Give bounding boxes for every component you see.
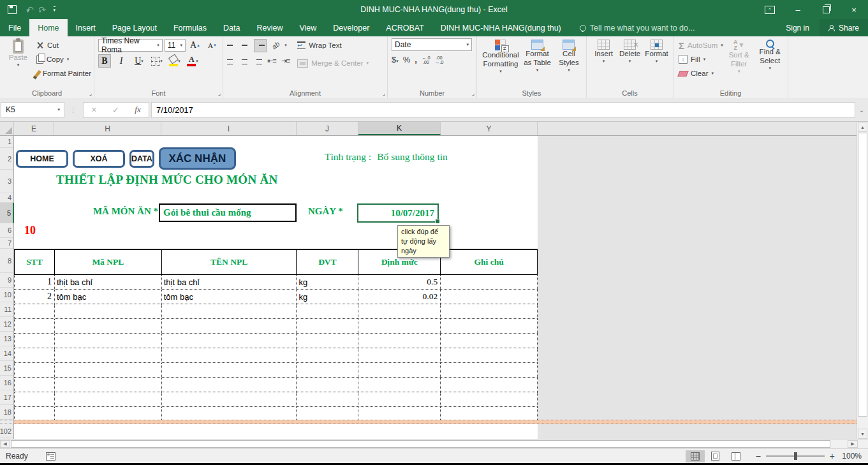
font-size-combo[interactable]: 11▾: [165, 39, 186, 52]
delete-cells-button[interactable]: × Delete▾: [617, 38, 643, 87]
save-icon[interactable]: [8, 5, 17, 14]
column-header[interactable]: I: [161, 122, 297, 135]
cell-ten-npl[interactable]: [162, 319, 297, 333]
table-header-cell[interactable]: Ghi chú: [441, 250, 538, 274]
row-header[interactable]: 11: [0, 302, 13, 317]
cut-button[interactable]: Cut: [35, 38, 91, 52]
cell-ten-npl[interactable]: [162, 363, 297, 377]
align-center-icon[interactable]: [240, 57, 249, 64]
row-header[interactable]: 9: [0, 273, 13, 288]
ribbon-tab[interactable]: Formulas: [165, 19, 215, 36]
cell-ten-npl[interactable]: [162, 378, 297, 392]
ribbon-display-options-button[interactable]: ⌃: [756, 0, 784, 19]
number-format-combo[interactable]: Date▾: [392, 38, 472, 51]
minimize-button[interactable]: –: [784, 0, 812, 19]
row-header[interactable]: [0, 420, 13, 424]
sheet-button[interactable]: XOÁ: [73, 150, 125, 168]
column-header[interactable]: Y: [441, 122, 538, 135]
increase-font-size-button[interactable]: A▲: [188, 38, 203, 52]
cell-ten-npl[interactable]: [162, 304, 297, 318]
fill-color-button[interactable]: ▾: [167, 54, 182, 68]
cell-ten-npl[interactable]: thịt ba chỉ: [162, 275, 297, 289]
format-cells-button[interactable]: Format▾: [643, 38, 670, 87]
clear-button[interactable]: Clear▾: [677, 66, 723, 80]
row-header[interactable]: 10: [0, 288, 13, 302]
column-header[interactable]: H: [54, 122, 161, 135]
row-header[interactable]: 102: [0, 424, 13, 438]
dish-code-input[interactable]: Gỏi bê thui cầu mống: [159, 203, 297, 222]
row-header[interactable]: 8: [0, 249, 13, 273]
cell-ghi-chu[interactable]: [441, 378, 538, 392]
date-cell-selected[interactable]: 10/07/2017: [357, 203, 439, 223]
redo-button[interactable]: ↷▾: [38, 4, 41, 15]
formula-input[interactable]: 7/10/2017: [151, 102, 855, 118]
cell-ma-npl[interactable]: [55, 407, 162, 421]
cell-dvt[interactable]: [297, 378, 358, 392]
scroll-left-icon[interactable]: ◀: [0, 440, 10, 448]
undo-button[interactable]: ↶▾: [26, 4, 29, 15]
column-header[interactable]: J: [297, 122, 358, 135]
cell-stt[interactable]: [15, 407, 55, 421]
cell-ten-npl[interactable]: [162, 348, 297, 362]
decrease-font-size-button[interactable]: A▼: [205, 38, 220, 52]
cell-ma-npl[interactable]: [55, 392, 162, 406]
insert-function-icon[interactable]: fx: [135, 105, 140, 115]
cell-dvt[interactable]: [297, 304, 358, 318]
ribbon-tab[interactable]: Home: [29, 19, 67, 36]
cell-ten-npl[interactable]: [162, 407, 297, 421]
format-painter-button[interactable]: Format Painter: [35, 66, 91, 80]
cell-dinh-muc[interactable]: [358, 407, 441, 421]
table-header-cell[interactable]: ĐVT: [297, 250, 358, 274]
row-header[interactable]: 18: [0, 405, 13, 420]
font-color-button[interactable]: A▾: [185, 54, 200, 68]
row-header[interactable]: 4: [0, 193, 13, 203]
cell-ma-npl[interactable]: [55, 304, 162, 318]
ribbon-tab[interactable]: DINH MUC-NHA HANG(dung thu): [432, 19, 570, 36]
confirm-entry-icon[interactable]: ✓: [112, 105, 119, 115]
table-header-cell[interactable]: Mã NPL: [55, 250, 162, 274]
cell-stt[interactable]: 1: [15, 275, 55, 289]
vertical-scroll-thumb[interactable]: [858, 133, 867, 417]
cell-stt[interactable]: [15, 334, 55, 348]
middle-align-icon[interactable]: [240, 43, 249, 48]
conditional-formatting-button[interactable]: ≠ Conditional Formatting▾: [481, 38, 520, 87]
cell-dvt[interactable]: [297, 348, 358, 362]
alignment-dialog-launcher-icon[interactable]: ⌟: [383, 91, 385, 96]
row-header[interactable]: 13: [0, 332, 13, 346]
ribbon-tab[interactable]: Developer: [325, 19, 378, 36]
number-dialog-launcher-icon[interactable]: ⌟: [472, 91, 474, 96]
row-header[interactable]: 15: [0, 361, 13, 376]
cell-dvt[interactable]: kg: [297, 290, 358, 304]
underline-button[interactable]: U▾: [131, 54, 147, 68]
close-button[interactable]: ×: [840, 0, 868, 19]
font-name-combo[interactable]: Times New Roma▾: [98, 39, 163, 52]
column-header[interactable]: E: [14, 122, 54, 135]
cell-dvt[interactable]: kg: [297, 275, 358, 289]
ribbon-tab[interactable]: View: [291, 19, 325, 36]
table-row[interactable]: [14, 304, 538, 319]
cell-dinh-muc[interactable]: [358, 392, 441, 406]
zoom-slider[interactable]: [766, 455, 825, 457]
normal-view-button[interactable]: [686, 450, 705, 462]
copy-button[interactable]: Copy▾: [35, 52, 91, 66]
cell-dinh-muc[interactable]: [358, 304, 441, 318]
cell-ma-npl[interactable]: tôm bạc: [55, 290, 162, 304]
cell-ma-npl[interactable]: [55, 348, 162, 362]
row-header[interactable]: 12: [0, 317, 13, 332]
cell-stt[interactable]: [15, 304, 55, 318]
table-row[interactable]: 1 thịt ba chỉ thịt ba chỉ kg 0.5: [14, 275, 538, 290]
name-box-dropdown-icon[interactable]: ▾: [57, 107, 60, 112]
share-button[interactable]: Share: [820, 19, 868, 36]
cell-ghi-chu[interactable]: [441, 290, 538, 304]
percent-style-button[interactable]: %: [403, 55, 411, 64]
zoom-in-button[interactable]: +: [830, 451, 835, 461]
horizontal-scroll-thumb[interactable]: [11, 440, 830, 448]
cell-dvt[interactable]: [297, 334, 358, 348]
autosum-button[interactable]: ΣAutoSum▾: [677, 38, 723, 52]
cell-ma-npl[interactable]: [55, 378, 162, 392]
cell-dinh-muc[interactable]: [358, 334, 441, 348]
cell-dvt[interactable]: [297, 319, 358, 333]
cell-ghi-chu[interactable]: [441, 348, 538, 362]
insert-cells-button[interactable]: Insert▾: [591, 38, 617, 87]
table-row[interactable]: [14, 378, 538, 392]
